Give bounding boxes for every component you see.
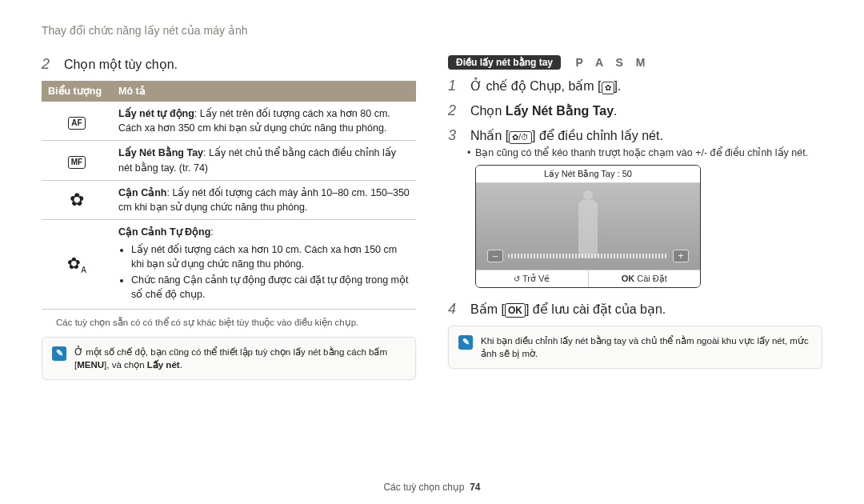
left-step-number: 2 (42, 56, 51, 73)
mode-row: Điều lấy nét bằng tay P A S M (448, 54, 822, 70)
table-row: ✿A Cận Cảnh Tự Động: Lấy nét đối tượng c… (42, 219, 416, 309)
step-number: 3 (448, 127, 458, 144)
row-bullets: Lấy nét đối tượng cách xa hơn 10 cm. Các… (118, 242, 410, 302)
left-step-text: Chọn một tùy chọn. (64, 57, 178, 72)
left-step-line: 2 Chọn một tùy chọn. (42, 56, 416, 73)
row-title: Lấy Nét Bằng Tay (118, 147, 203, 158)
right-callout: ✎ Khi bạn điều chỉnh lấy nét bằng tay và… (448, 326, 822, 369)
flower-icon: ✿ (602, 82, 614, 94)
slider-track-icon (508, 254, 668, 258)
mode-tag: Điều lấy nét bằng tay (448, 55, 561, 70)
info-icon: ✎ (458, 335, 473, 350)
camera-preview-illustration: Lấy Nét Bằng Tay : 50 – + ↺ Trở Về OK Cà… (475, 165, 701, 288)
callout-text: Ở một số chế độ, bạn cũng có thể thiết l… (74, 346, 406, 371)
left-callout: ✎ Ở một số chế độ, bạn cũng có thể thiết… (42, 337, 416, 380)
cam-set-label: OK Cài Đặt (589, 270, 701, 287)
th-icon: Biểu tượng (42, 81, 112, 102)
ok-key-icon: OK (505, 303, 526, 318)
page-topic: Thay đổi chức năng lấy nét của máy ảnh (42, 24, 822, 37)
row-title: Cận Cảnh Tự Động (118, 226, 210, 238)
step-text: Chọn Lấy Nét Bằng Tay. (470, 103, 618, 118)
mode-letters: P A S M (575, 56, 650, 69)
flower-timer-icon: ✿/⏱ (509, 131, 532, 144)
r-step-1: 1 Ở chế độ Chụp, bấm [✿]. (448, 78, 822, 94)
table-row: AF Lấy nét tự động: Lấy nét trên đối tượ… (42, 102, 416, 141)
row-title: Cận Cảnh (118, 187, 166, 198)
cam-back-label: ↺ Trở Về (476, 270, 589, 287)
focus-slider: – + (487, 247, 689, 265)
auto-macro-icon: ✿A (42, 219, 112, 309)
list-item: Chức năng Cận cảnh tự động được cài đặt … (131, 273, 410, 302)
right-column: Điều lấy nét bằng tay P A S M 1 Ở chế độ… (448, 54, 822, 380)
r-step-3: 3 Nhấn [✿/⏱] để điều chỉnh lấy nét. (448, 127, 822, 144)
footer-page-number: 74 (470, 482, 480, 493)
r-step-2: 2 Chọn Lấy Nét Bằng Tay. (448, 102, 822, 119)
two-column-layout: 2 Chọn một tùy chọn. Biểu tượng Mô tả AF… (42, 54, 822, 380)
step-number: 1 (448, 78, 458, 94)
left-small-note: Các tuỳ chọn sẵn có có thể có sự khác bi… (56, 316, 414, 329)
list-item: Lấy nét đối tượng cách xa hơn 10 cm. Các… (131, 242, 410, 271)
cam-footer: ↺ Trở Về OK Cài Đặt (476, 270, 700, 287)
minus-button-icon: – (487, 250, 503, 262)
mf-icon: MF (42, 141, 112, 180)
macro-icon: ✿ (42, 180, 112, 219)
row-title: Lấy nét tự động (118, 108, 194, 119)
step-number: 4 (448, 301, 458, 318)
th-desc: Mô tả (112, 81, 416, 102)
r-step-4: 4 Bấm [OK] để lưu cài đặt của bạn. (448, 301, 822, 318)
step-text: Ở chế độ Chụp, bấm [✿]. (470, 78, 621, 94)
table-row: MF Lấy Nét Bằng Tay: Lấy nét chủ thể bằn… (42, 141, 416, 180)
manual-page: Thay đổi chức năng lấy nét của máy ảnh 2… (0, 0, 864, 504)
plus-button-icon: + (673, 250, 689, 262)
cam-title: Lấy Nét Bằng Tay : 50 (476, 166, 700, 183)
step-text: Bấm [OK] để lưu cài đặt của bạn. (470, 302, 666, 318)
af-icon: AF (42, 102, 112, 141)
footer-section: Các tuỳ chọn chụp (383, 482, 464, 493)
r-step-3-bullet: •Bạn cũng có thể kéo thanh trượt hoặc ch… (478, 146, 822, 160)
page-footer: Các tuỳ chọn chụp 74 (0, 482, 864, 493)
step-number: 2 (448, 102, 458, 119)
info-icon: ✎ (52, 346, 66, 361)
focus-options-table: Biểu tượng Mô tả AF Lấy nét tự động: Lấy… (42, 81, 416, 310)
cam-body: – + (476, 183, 700, 270)
step-text: Nhấn [✿/⏱] để điều chỉnh lấy nét. (470, 128, 663, 144)
callout-text: Khi bạn điều chỉnh lấy nét bằng tay và c… (481, 334, 812, 360)
table-row: ✿ Cận Cảnh: Lấy nét đối tượng cách máy ả… (42, 180, 416, 219)
left-column: 2 Chọn một tùy chọn. Biểu tượng Mô tả AF… (42, 54, 416, 380)
